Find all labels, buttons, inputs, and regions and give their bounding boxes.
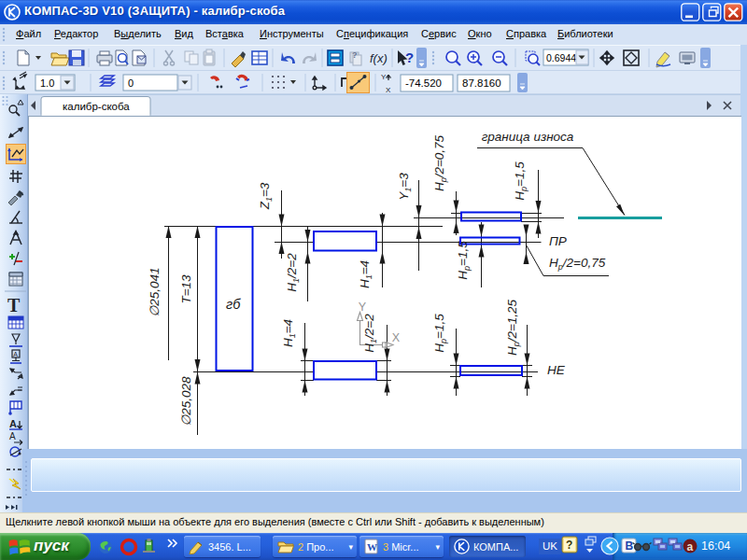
svg-text:B: B — [626, 539, 634, 553]
svg-text:T=13: T=13 — [179, 274, 193, 304]
svg-text:H1/2=2: H1/2=2 — [362, 314, 378, 353]
svg-text:A: A — [9, 418, 17, 429]
svg-text:?: ? — [405, 49, 414, 65]
svg-text:∅25,041: ∅25,041 — [148, 267, 162, 316]
svg-text:Hp=1,5: Hp=1,5 — [513, 161, 529, 201]
svg-text:H1=4: H1=4 — [358, 260, 374, 288]
svg-text:T: T — [7, 295, 21, 315]
svg-text:Hp/2=0,75: Hp/2=0,75 — [432, 134, 448, 191]
svg-text:граница износа: граница износа — [482, 130, 574, 144]
svg-text:Hp=1,5: Hp=1,5 — [432, 314, 448, 353]
svg-text:ПР: ПР — [549, 234, 567, 248]
svg-text:Y: Y — [359, 301, 367, 314]
svg-text:A: A — [9, 431, 16, 441]
svg-text:X: X — [386, 86, 391, 94]
svg-text:гб: гб — [226, 297, 241, 312]
svg-text:Hp=1,5: Hp=1,5 — [456, 241, 472, 280]
svg-text:H1=4: H1=4 — [281, 319, 297, 347]
svg-text:?: ? — [566, 539, 572, 552]
svg-text:Y1=3: Y1=3 — [397, 173, 413, 201]
svg-text:f(x): f(x) — [370, 51, 388, 65]
svg-text:-74.520: -74.520 — [405, 77, 442, 89]
svg-text:W: W — [367, 541, 377, 553]
svg-text:Z1=3: Z1=3 — [258, 182, 274, 210]
svg-text:1.0: 1.0 — [40, 77, 54, 89]
svg-text:X: X — [392, 331, 401, 344]
svg-text:87.8160: 87.8160 — [462, 77, 501, 89]
svg-text:0: 0 — [128, 77, 134, 89]
svg-text:Hp/2=1,25: Hp/2=1,25 — [505, 299, 521, 356]
svg-text:a: a — [687, 540, 694, 553]
svg-text:калибр-скоба: калибр-скоба — [63, 101, 130, 112]
svg-text:A: A — [13, 351, 18, 357]
svg-text:0.6944: 0.6944 — [546, 52, 576, 63]
svg-text:H1/2=2: H1/2=2 — [285, 253, 301, 292]
svg-text:?: ? — [352, 50, 358, 60]
svg-text:Hp/2=0,75: Hp/2=0,75 — [549, 256, 606, 272]
svg-text:∅25,028: ∅25,028 — [179, 376, 193, 427]
svg-text:НЕ: НЕ — [547, 363, 566, 377]
